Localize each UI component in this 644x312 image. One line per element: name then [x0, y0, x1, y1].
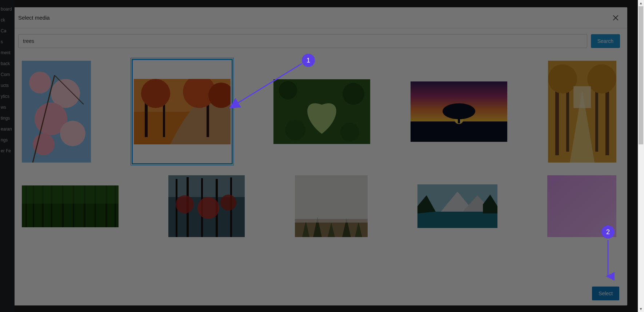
scrollbar-track[interactable]: [638, 6, 644, 306]
annotation-callout-2: 2: [601, 225, 615, 239]
modal-overlay: [0, 0, 644, 312]
scrollbar-thumb[interactable]: [639, 6, 643, 144]
scrollbar-down-arrow[interactable]: ▼: [638, 306, 644, 312]
window-scrollbar[interactable]: ▲ ▼: [638, 0, 644, 312]
annotation-callout-1: 1: [302, 54, 315, 67]
scrollbar-up-arrow[interactable]: ▲: [638, 0, 644, 6]
